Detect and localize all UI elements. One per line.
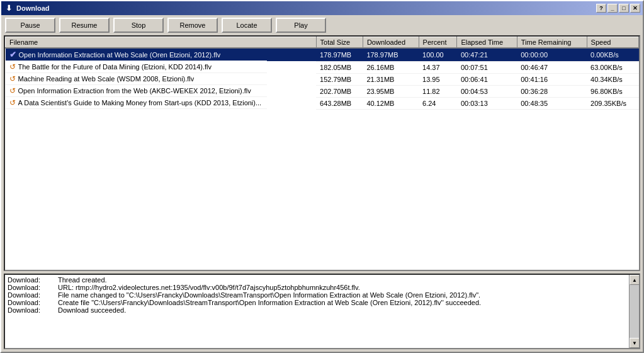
- cell-speed: 40.34KB/s: [587, 73, 638, 85]
- table-row[interactable]: ↺A Data Scientist's Guide to Making Mone…: [6, 97, 639, 109]
- cell-downloaded: 21.31MB: [363, 73, 419, 85]
- cell-elapsed-time: 00:04:53: [457, 85, 517, 97]
- cell-time-remaining: 00:00:00: [517, 48, 587, 61]
- cell-speed: 0.00KB/s: [587, 48, 638, 61]
- col-downloaded[interactable]: Downloaded: [363, 37, 419, 49]
- cell-downloaded: 178.97MB: [363, 48, 419, 61]
- log-label: Download:: [8, 276, 58, 284]
- window-title: Download: [16, 4, 50, 12]
- filename-text: Open Information Extraction at Web Scale…: [19, 51, 221, 59]
- remove-button[interactable]: Remove: [167, 18, 218, 33]
- log-label: Download:: [8, 291, 58, 299]
- cell-elapsed-time: 00:03:13: [457, 97, 517, 109]
- col-percent[interactable]: Percent: [419, 37, 457, 49]
- scroll-down-button[interactable]: ▼: [630, 338, 640, 348]
- table-header-row: Filename Total Size Downloaded Percent E…: [6, 37, 639, 49]
- cell-total-size: 152.79MB: [316, 73, 363, 85]
- log-label: Download:: [8, 306, 58, 314]
- filename-text: Machine Reading at Web Scale (WSDM 2008,…: [18, 75, 195, 83]
- col-total-size[interactable]: Total Size: [316, 37, 363, 49]
- locate-button[interactable]: Locate: [222, 18, 272, 33]
- scroll-up-button[interactable]: ▲: [630, 275, 640, 285]
- log-line: Download:Download succeeded.: [5, 306, 629, 314]
- minimize-button[interactable]: _: [607, 4, 618, 13]
- log-line: Download:Create file "C:\Users\Francky\D…: [5, 299, 629, 306]
- log-label: Download:: [8, 284, 58, 291]
- cell-total-size: 202.70MB: [316, 85, 363, 97]
- cell-elapsed-time: 00:06:41: [457, 73, 517, 85]
- stop-button[interactable]: Stop: [113, 18, 164, 33]
- table-row[interactable]: ↺Open Information Extraction from the We…: [6, 85, 639, 97]
- cell-filename: ✔Open Information Extraction at Web Scal…: [6, 49, 267, 61]
- log-line: Download:Thread created.: [5, 276, 629, 284]
- cell-time-remaining: 00:36:28: [517, 85, 587, 97]
- cell-filename: ↺Open Information Extraction from the We…: [6, 85, 267, 97]
- main-window: ⬇ Download ? _ □ ✕ Pause Resume Stop Rem…: [0, 0, 644, 353]
- log-line: Download:File name changed to "C:\Users\…: [5, 291, 629, 299]
- pause-button[interactable]: Pause: [5, 18, 55, 33]
- cell-elapsed-time: 00:07:51: [457, 61, 517, 73]
- cell-speed: 96.80KB/s: [587, 85, 638, 97]
- refresh-icon: ↺: [9, 62, 16, 71]
- log-scrollbar[interactable]: ▲ ▼: [629, 275, 639, 348]
- cell-time-remaining: 00:41:16: [517, 73, 587, 85]
- cell-total-size: 182.05MB: [316, 61, 363, 73]
- log-content: Download:Thread created.Download:URL: rt…: [5, 275, 629, 348]
- cell-downloaded: 40.12MB: [363, 97, 419, 109]
- refresh-icon: ↺: [9, 98, 16, 107]
- title-buttons: ? _ □ ✕: [596, 4, 640, 13]
- col-filename[interactable]: Filename: [6, 37, 317, 49]
- log-message: Download succeeded.: [58, 306, 626, 314]
- cell-percent: 11.82: [419, 85, 457, 97]
- log-panel: Download:Thread created.Download:URL: rt…: [4, 274, 640, 349]
- close-button[interactable]: ✕: [630, 4, 640, 13]
- title-left: ⬇ Download: [4, 3, 50, 13]
- cell-total-size: 643.28MB: [316, 97, 363, 109]
- cell-speed: 63.00KB/s: [587, 61, 638, 73]
- cell-percent: 6.24: [419, 97, 457, 109]
- filename-text: The Battle for the Future of Data Mining…: [18, 63, 212, 71]
- log-message: Create file "C:\Users\Francky\Downloads\…: [58, 299, 626, 306]
- cell-total-size: 178.97MB: [316, 48, 363, 61]
- col-speed[interactable]: Speed: [587, 37, 638, 49]
- maximize-button[interactable]: □: [619, 4, 629, 13]
- download-table-container: Filename Total Size Downloaded Percent E…: [4, 35, 640, 271]
- window-icon: ⬇: [4, 3, 14, 13]
- download-table: Filename Total Size Downloaded Percent E…: [5, 37, 639, 110]
- filename-text: A Data Scientist's Guide to Making Money…: [18, 99, 262, 107]
- cell-percent: 100.00: [419, 48, 457, 61]
- cell-downloaded: 23.95MB: [363, 85, 419, 97]
- refresh-icon: ↺: [9, 86, 16, 95]
- log-line: Download:URL: rtmp://hydro2.videolecture…: [5, 284, 629, 291]
- cell-percent: 14.37: [419, 61, 457, 73]
- cell-filename: ↺The Battle for the Future of Data Minin…: [6, 61, 267, 73]
- col-elapsed-time[interactable]: Elapsed Time: [457, 37, 517, 49]
- help-button[interactable]: ?: [596, 4, 606, 13]
- table-row[interactable]: ↺The Battle for the Future of Data Minin…: [6, 61, 639, 73]
- refresh-icon: ↺: [9, 74, 16, 83]
- toolbar: Pause Resume Stop Remove Locate Play: [1, 15, 643, 35]
- log-message: URL: rtmp://hydro2.videolectures.net:193…: [58, 284, 626, 291]
- cell-time-remaining: 00:46:47: [517, 61, 587, 73]
- cell-time-remaining: 00:48:35: [517, 97, 587, 109]
- cell-downloaded: 26.16MB: [363, 61, 419, 73]
- filename-text: Open Information Extraction from the Web…: [18, 87, 251, 95]
- scroll-track[interactable]: [630, 285, 639, 338]
- resume-button[interactable]: Resume: [59, 18, 110, 33]
- cell-percent: 13.95: [419, 73, 457, 85]
- log-message: Thread created.: [58, 276, 626, 284]
- cell-filename: ↺A Data Scientist's Guide to Making Mone…: [6, 97, 267, 109]
- cell-speed: 209.35KB/s: [587, 97, 638, 109]
- title-bar: ⬇ Download ? _ □ ✕: [1, 1, 643, 15]
- check-icon: ✔: [9, 50, 16, 59]
- col-time-remaining[interactable]: Time Remaining: [517, 37, 587, 49]
- log-label: Download:: [8, 299, 58, 306]
- table-row[interactable]: ↺Machine Reading at Web Scale (WSDM 2008…: [6, 73, 639, 85]
- table-row[interactable]: ✔Open Information Extraction at Web Scal…: [6, 48, 639, 61]
- cell-elapsed-time: 00:47:21: [457, 48, 517, 61]
- log-message: File name changed to "C:\Users\Francky\D…: [58, 291, 626, 299]
- cell-filename: ↺Machine Reading at Web Scale (WSDM 2008…: [6, 73, 267, 85]
- play-button[interactable]: Play: [276, 18, 326, 33]
